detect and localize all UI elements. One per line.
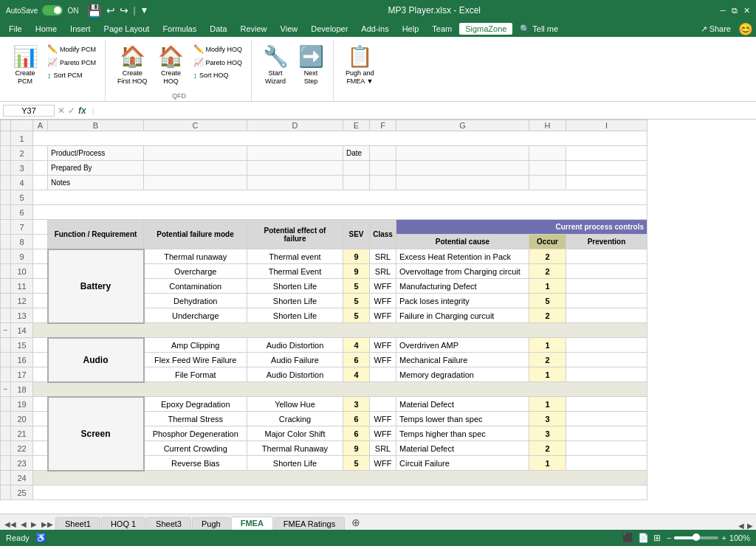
occur-19[interactable]: 1 [529,397,566,412]
effect-23[interactable]: Shorten Life [247,456,343,471]
prev-11[interactable] [566,279,647,294]
occur-21[interactable]: 3 [529,426,566,441]
cell-d3[interactable] [247,161,343,176]
class-23[interactable]: WFF [370,456,396,471]
class-10[interactable]: SRL [370,264,396,279]
cell-a2[interactable] [33,146,48,161]
modify-pcm-btn[interactable]: ✏️ Modify PCM [44,43,99,55]
class-15[interactable]: WFF [370,338,396,353]
class-16[interactable]: WFF [370,353,396,367]
menu-help[interactable]: Help [396,23,425,35]
cell-f4[interactable] [370,176,396,190]
sheet-scroll-right[interactable]: ▶ [747,522,753,530]
col-header-G[interactable]: G [396,120,529,131]
effect-19[interactable]: Yellow Hue [247,397,343,412]
cell-e4[interactable] [343,176,370,190]
sev-15[interactable]: 4 [343,338,370,353]
normal-view-icon[interactable]: ⬛ [622,533,633,543]
menu-sigmazone[interactable]: SigmaZone [459,23,512,35]
cell-g4[interactable] [396,176,529,190]
minimize-btn[interactable]: ─ [720,6,726,15]
mode-13[interactable]: Undercharge [144,308,247,323]
next-step-btn[interactable]: ➡️ NextStep [295,43,327,87]
cause-13[interactable]: Failure in Charging curcuit [396,308,529,323]
cause-10[interactable]: Overvoltage from Charging circuit [396,264,529,279]
menu-share[interactable]: ↗ Share [695,23,737,35]
a-23[interactable] [33,456,48,471]
undo-icon[interactable]: ↩ [106,4,115,16]
cell-h2[interactable] [529,146,566,161]
cell-i2[interactable] [566,146,647,161]
a-15[interactable] [33,338,48,353]
prev-19[interactable] [566,397,647,412]
cancel-formula-icon[interactable]: ✕ [58,106,65,116]
sev-19[interactable]: 3 [343,397,370,412]
close-btn[interactable]: ✕ [743,6,750,15]
a-20[interactable] [33,412,48,426]
prev-9[interactable] [566,249,647,264]
tab-scroll-right[interactable]: ▶▶ [40,519,55,530]
tab-sheet3[interactable]: Sheet3 [146,517,191,530]
cell-g3[interactable] [396,161,529,176]
class-9[interactable]: SRL [370,249,396,264]
cell-row1[interactable] [33,131,647,146]
prev-20[interactable] [566,412,647,426]
confirm-formula-icon[interactable]: ✓ [68,106,75,116]
class-12[interactable]: WFF [370,294,396,308]
sheet-scroll-left[interactable]: ◀ [738,522,744,530]
occur-12[interactable]: 5 [529,294,566,308]
a-13[interactable] [33,308,48,323]
class-13[interactable]: WFF [370,308,396,323]
a-9[interactable] [33,249,48,264]
create-first-hoq-btn[interactable]: 🏠 CreateFirst HOQ [113,43,152,87]
a-12[interactable] [33,294,48,308]
cell-c4[interactable] [144,176,247,190]
a-19[interactable] [33,397,48,412]
page-break-icon[interactable]: ⊞ [653,533,661,543]
menu-insert[interactable]: Insert [64,23,97,35]
sev-22[interactable]: 9 [343,441,370,456]
zoom-in-btn[interactable]: + [721,533,726,542]
class-22[interactable]: SRL [370,441,396,456]
cell-f3[interactable] [370,161,396,176]
occur-16[interactable]: 2 [529,353,566,367]
pareto-pcm-btn[interactable]: 📈 Pareto PCM [44,56,99,69]
cell-reference-input[interactable] [3,105,55,117]
cell-i3[interactable] [566,161,647,176]
occur-22[interactable]: 2 [529,441,566,456]
menu-view[interactable]: View [275,23,304,35]
mode-16[interactable]: Flex Feed Wire Failure [144,353,247,367]
cause-12[interactable]: Pack loses integrity [396,294,529,308]
cell-b3[interactable]: Prepared By [48,161,144,176]
autosave-toggle[interactable] [42,5,63,15]
class-19[interactable] [370,397,396,412]
cause-15[interactable]: Overdriven AMP [396,338,529,353]
a-11[interactable] [33,279,48,294]
prev-22[interactable] [566,441,647,456]
menu-developer[interactable]: Developer [305,23,354,35]
mode-9[interactable]: Thermal runaway [144,249,247,264]
effect-12[interactable]: Shorten Life [247,294,343,308]
cause-20[interactable]: Temps lower than spec [396,412,529,426]
mode-23[interactable]: Reverse Bias [144,456,247,471]
a-22[interactable] [33,441,48,456]
cell-b4[interactable]: Notes [48,176,144,190]
cell-row5[interactable] [33,190,647,205]
a-16[interactable] [33,353,48,367]
sev-21[interactable]: 6 [343,426,370,441]
class-21[interactable]: WFF [370,426,396,441]
class-17[interactable] [370,367,396,382]
cause-22[interactable]: Material Defect [396,441,529,456]
effect-22[interactable]: Thermal Runaway [247,441,343,456]
occur-17[interactable]: 1 [529,367,566,382]
cause-9[interactable]: Excess Heat Retention in Pack [396,249,529,264]
cause-19[interactable]: Material Defect [396,397,529,412]
effect-20[interactable]: Cracking [247,412,343,426]
zoom-slider[interactable] [674,536,718,539]
tab-scroll-left[interactable]: ◀◀ [3,519,18,530]
cell-h4[interactable] [529,176,566,190]
prev-23[interactable] [566,456,647,471]
sev-10[interactable]: 9 [343,264,370,279]
tab-hoq1[interactable]: HOQ 1 [101,517,145,530]
a-17[interactable] [33,367,48,382]
